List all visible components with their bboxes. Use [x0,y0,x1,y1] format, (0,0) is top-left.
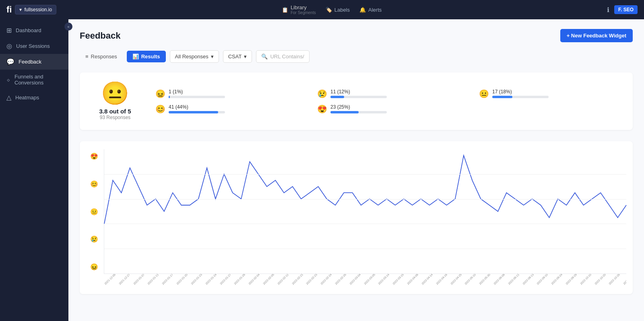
nav-alerts[interactable]: 🔔 Alerts [359,7,382,13]
grid-line-2 [104,199,626,200]
rating-label-1: 11 (12%) [330,89,460,95]
csat-label: CSAT [228,54,242,60]
x-label-18: 2022-03-05 [363,274,376,285]
x-label-11: 2022-02-05 [262,274,275,285]
new-feedback-widget-button[interactable]: + New Feedback Widget [560,29,633,42]
content-area: Feedback + New Feedback Widget ≡ Respons… [68,19,644,321]
sidebar-item-dashboard[interactable]: ⊞ Dashboard [0,23,68,38]
x-label-24: 2022-04-25 [450,274,462,285]
x-label-31: 2022-09-24 [551,274,563,285]
sidebar-item-feedback[interactable]: 💬 Feedback [0,54,68,70]
x-label-36: 2022-11-10 [623,274,626,285]
x-label-34: 2022-10-20 [594,274,606,285]
user-badge[interactable]: F. SEO [614,5,638,14]
x-label-8: 2022-01-27 [219,274,231,285]
rating-label-2: 17 (18%) [492,89,621,95]
funnels-icon: ⬦ [6,76,10,83]
org-chevron-icon: ▾ [19,7,22,12]
tab-responses-label: Responses [91,54,117,60]
bar-fill-2 [492,96,512,98]
y-emoji-4: 😖 [90,263,98,271]
x-label-3: 2022-01-11 [147,274,159,285]
bar-fill-4 [330,111,359,113]
rating-info-3: 41 (44%) [169,104,298,113]
feedback-icon: 💬 [6,58,14,66]
tab-responses[interactable]: ≡ Responses [80,51,123,62]
grid-line-4 [104,249,626,249]
bar-track-1 [330,96,387,98]
bar-fill-3 [169,111,218,113]
x-label-28: 2022-06-11 [508,274,520,285]
chart-line [104,155,626,224]
rating-row-2: 😐 17 (18%) [479,89,621,99]
chart-plot [104,149,626,274]
rating-label-0: 1 (1%) [169,89,298,95]
rating-info-2: 17 (18%) [492,89,621,98]
filter-all-label: All Responses [175,54,208,60]
rating-emoji-4: 😍 [317,104,327,114]
score-section: 😐 3.8 out of 5 93 Responses 😖 1 (1%) 😢 1… [80,72,633,130]
nav-right: ℹ F. SEO [607,5,638,14]
x-label-1: 2021-12-27 [118,274,130,285]
main-layout: « ⊞ Dashboard ◎ User Sessions 💬 Feedback… [0,19,644,321]
x-label-27: 2022-06-08 [493,274,505,285]
bar-fill-0 [169,96,170,98]
rating-row-4: 😍 23 (25%) [317,104,460,114]
x-label-14: 2022-02-23 [305,274,318,285]
line-chart-svg [104,149,626,274]
grid-line-3 [104,224,626,224]
x-label-32: 2022-09-29 [565,274,577,285]
chart-section: 😍😊😐😢😖 2021-12-062021-12-272022-01-072022… [80,141,633,294]
url-filter[interactable]: 🔍 URL Contains/ [256,50,309,63]
x-label-20: 2022-03-15 [392,274,404,285]
tabs-bar: ≡ Responses 📊 Results All Responses ▾ CS… [80,50,633,63]
user-sessions-icon: ◎ [6,42,12,50]
results-chart-icon: 📊 [132,54,139,60]
overall-emoji: 😐 [101,82,129,105]
x-label-21: 2022-04-08 [407,274,419,285]
y-emoji-1: 😊 [90,180,98,188]
score-responses: 93 Responses [100,115,131,120]
y-emoji-2: 😐 [90,208,98,216]
rating-emoji-1: 😢 [317,89,327,99]
x-label-22: 2022-04-14 [421,274,433,285]
rating-info-4: 23 (25%) [330,104,460,113]
x-label-16: 2022-02-26 [334,274,347,285]
page-header: Feedback + New Feedback Widget [80,29,633,42]
rating-emoji-2: 😐 [479,89,489,99]
nav-items: 📋 Library For Segments 🏷️ Labels 🔔 Alert… [66,4,597,15]
rating-row-1: 😢 11 (12%) [317,89,460,99]
sidebar-item-heatmaps[interactable]: △ Heatmaps [0,90,68,105]
bar-fill-1 [330,96,344,98]
csat-filter[interactable]: CSAT ▾ [223,50,252,63]
rating-info-1: 11 (12%) [330,89,460,98]
rating-emoji-0: 😖 [155,89,165,99]
rating-emoji-3: 😊 [155,104,165,114]
score-main: 😐 3.8 out of 5 93 Responses [91,82,139,120]
y-emoji-0: 😍 [90,152,98,160]
heatmaps-icon: △ [6,94,11,101]
sidebar-toggle[interactable]: « [64,23,72,31]
chart-container: 😍😊😐😢😖 2021-12-062021-12-272022-01-072022… [86,149,626,286]
tab-results[interactable]: 📊 Results [127,51,166,62]
nav-labels[interactable]: 🏷️ Labels [326,7,350,13]
x-label-17: 2022-03-04 [349,274,361,285]
all-responses-filter[interactable]: All Responses ▾ [170,50,219,63]
sidebar-label-dashboard: Dashboard [16,27,41,33]
info-icon[interactable]: ℹ [607,6,609,14]
org-selector[interactable]: ▾ fullsession.io [15,5,56,14]
x-label-2: 2022-01-07 [133,274,145,285]
x-label-6: 2022-01-23 [190,274,202,285]
nav-library[interactable]: 📋 Library For Segments [282,4,316,15]
sidebar-item-user-sessions[interactable]: ◎ User Sessions [0,38,68,54]
x-label-5: 2022-01-20 [176,274,188,285]
nav-library-sub: For Segments [291,10,316,15]
rating-info-0: 1 (1%) [169,89,298,98]
sidebar-item-funnels[interactable]: ⬦ Funnels and Conversions [0,70,68,90]
filter-all-chevron: ▾ [211,54,214,60]
page-title: Feedback [80,31,121,41]
x-label-9: 2022-01-28 [233,274,246,285]
x-label-29: 2022-08-13 [522,274,534,285]
logo-icon: fi [6,4,12,15]
x-label-33: 2022-10-10 [580,274,592,285]
